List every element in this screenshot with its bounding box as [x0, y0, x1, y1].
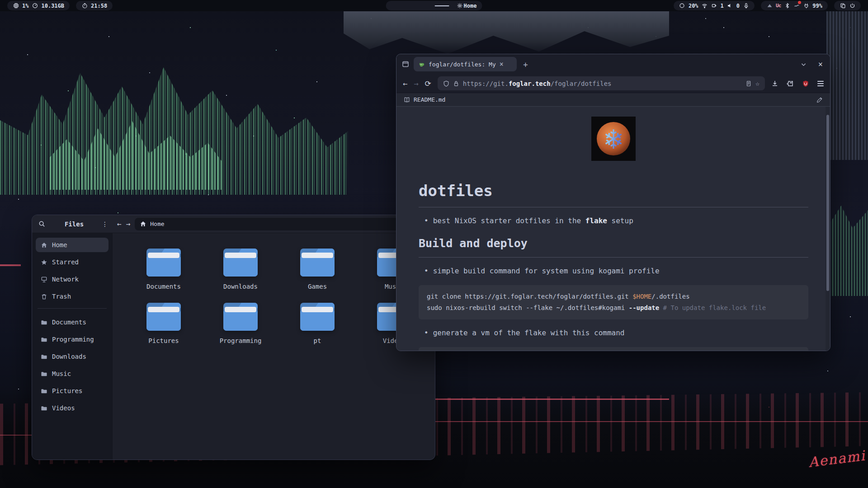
url-bar[interactable]: https://git.foglar.tech/foglar/dotfiles …	[438, 76, 765, 90]
scrollbar-track[interactable]	[826, 107, 830, 351]
sidebar-item-music[interactable]: Music	[36, 366, 108, 381]
folder-grid: Documents Downloads Games	[125, 249, 435, 344]
files-content: Documents Downloads Games	[113, 233, 435, 460]
sidebar-item-trash[interactable]: Trash	[36, 289, 108, 304]
scrollbar-thumb[interactable]	[826, 115, 829, 291]
nix-snowflake-icon: ❄	[591, 117, 636, 161]
readme-bullet: generate a vm of the flake with this com…	[419, 328, 808, 337]
power-plug-icon	[803, 3, 809, 9]
volume-value: 0	[736, 3, 740, 9]
files-sidebar: Home Starred Network Trash	[32, 233, 113, 460]
lock-icon	[453, 80, 459, 87]
sidebar-item-videos[interactable]: Videos	[36, 401, 108, 415]
folder-item-games[interactable]: Games	[279, 249, 356, 290]
battery-device-icon	[711, 3, 717, 9]
controls-pill: 20% 1 0	[674, 1, 755, 10]
browser-back-button[interactable]: ←	[403, 79, 407, 88]
new-tab-button[interactable]: +	[523, 60, 528, 69]
book-icon	[404, 97, 410, 103]
folder-item-programming[interactable]: Programming	[202, 303, 279, 344]
folder-icon	[223, 249, 258, 277]
wifi-icon	[702, 3, 708, 9]
search-icon[interactable]	[37, 219, 47, 229]
gear-icon	[457, 3, 463, 9]
folder-item-pictures[interactable]: Pictures	[125, 303, 202, 344]
readme-section-title: Build and deploy	[419, 237, 808, 250]
divider	[419, 207, 808, 207]
wallpaper-rocks-right	[826, 11, 868, 160]
trash-icon	[40, 293, 47, 300]
sidebar-item-starred[interactable]: Starred	[36, 255, 108, 269]
sidebar-menu-icon[interactable]: ⋮	[102, 221, 108, 228]
sidebar-item-programming[interactable]: Programming	[36, 332, 108, 347]
speaker-muted-icon	[727, 3, 733, 9]
code-block: nix run github:nix-community/nixos-gener…	[419, 347, 808, 351]
sidebar-item-pictures[interactable]: Pictures	[36, 384, 108, 398]
home-icon	[139, 221, 146, 228]
system-monitor-pill: 1% 10.31GB	[7, 1, 70, 10]
path-bar[interactable]: Home ⋮	[135, 218, 405, 230]
battery-count-value: 1	[721, 3, 724, 9]
url-text: https://git.foglar.tech/foglar/dotfiles	[463, 80, 612, 87]
workspace-5[interactable]	[435, 5, 449, 6]
readme-file-bar: README.md	[396, 93, 830, 107]
back-button[interactable]: ←	[117, 220, 122, 228]
battery-percent-value: 99%	[812, 3, 822, 9]
extension-icon[interactable]	[787, 80, 794, 87]
folder-icon	[40, 336, 47, 343]
memory-gauge-icon	[32, 3, 38, 9]
wallpaper-rocks	[344, 11, 669, 56]
readme-filename: README.md	[414, 96, 445, 103]
bookmark-star-icon[interactable]: ☆	[755, 80, 760, 88]
browser-window: foglar/dotfiles: My × + × ← → ⟳ https://…	[396, 54, 830, 351]
tab-title: foglar/dotfiles: My	[429, 61, 496, 68]
folder-icon	[146, 303, 181, 331]
sidebar-item-home[interactable]: Home	[36, 238, 108, 252]
list-tabs-chevron-icon[interactable]	[799, 60, 808, 69]
clock-value: 21:58	[91, 3, 107, 9]
notification-dot	[798, 1, 801, 4]
brightness-icon	[679, 3, 685, 9]
tab-close-icon[interactable]: ×	[500, 60, 504, 68]
sidebar-item-documents[interactable]: Documents	[36, 315, 108, 329]
folder-item-downloads[interactable]: Downloads	[202, 249, 279, 290]
reader-mode-icon[interactable]	[745, 80, 752, 87]
clock-pill: 21:58	[76, 1, 113, 10]
folder-icon	[300, 249, 335, 277]
app-title: Files	[51, 221, 97, 228]
window-close-icon[interactable]: ×	[818, 60, 823, 69]
clipboard-icon[interactable]	[840, 3, 846, 9]
menu-icon[interactable]	[817, 81, 824, 86]
folder-item-pt[interactable]: pt	[279, 303, 356, 344]
code-block: git clone https://git.foglar.tech/foglar…	[419, 285, 808, 319]
readme-content: ❄ dotfiles best NixOS starter dotfiles i…	[396, 107, 830, 351]
files-window: Files ⋮ ← → Home ⋮ ⋮	[32, 215, 435, 460]
folder-icon	[223, 303, 258, 331]
readme-bullet: simple build command for system using ko…	[419, 267, 808, 275]
sidebar-item-downloads[interactable]: Downloads	[36, 349, 108, 364]
wallpaper-green-glitch-right	[830, 206, 868, 296]
nixos-logo: ❄	[591, 117, 636, 161]
folder-icon	[40, 319, 47, 326]
folder-icon	[40, 387, 47, 394]
folder-icon	[146, 249, 181, 277]
folder-item-documents[interactable]: Documents	[125, 249, 202, 290]
devices-pill: Uc 99%	[761, 1, 828, 10]
reload-button[interactable]: ⟳	[425, 79, 431, 88]
session-pill	[834, 1, 861, 10]
folder-icon	[40, 353, 47, 360]
microphone-icon	[743, 3, 749, 9]
workspaces-pill: Home	[386, 1, 482, 10]
browser-tab-active[interactable]: foglar/dotfiles: My ×	[414, 57, 517, 71]
device-status-icon	[793, 3, 800, 9]
network-icon	[40, 276, 47, 283]
browser-forward-button[interactable]: →	[414, 79, 418, 88]
sidebar-item-network[interactable]: Network	[36, 272, 108, 286]
edit-pencil-icon[interactable]	[816, 97, 823, 103]
power-icon[interactable]	[849, 3, 855, 9]
profile-label[interactable]: Home	[464, 3, 477, 9]
forward-button[interactable]: →	[126, 220, 131, 228]
ublock-origin-icon[interactable]	[802, 80, 809, 87]
downloads-icon[interactable]	[771, 80, 778, 87]
firefox-view-icon[interactable]	[401, 60, 410, 69]
